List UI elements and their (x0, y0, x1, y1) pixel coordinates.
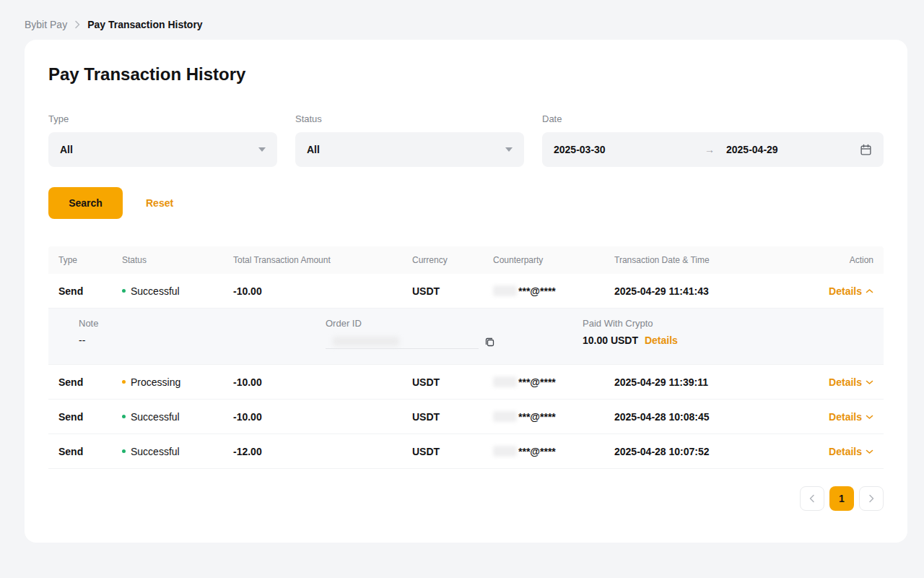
table-row: Send Successful -10.00 USDT ***@**** 202… (48, 274, 884, 309)
status-filter-label: Status (295, 113, 524, 125)
copy-icon[interactable] (484, 337, 495, 348)
search-button[interactable]: Search (48, 187, 123, 219)
chevron-right-icon (74, 20, 80, 29)
cell-amount: -10.00 (233, 376, 412, 388)
table-row: Send Processing -10.00 USDT ***@**** 202… (48, 365, 884, 400)
chevron-down-icon (505, 147, 513, 152)
row-detail-panel: Note -- Order ID Paid With Crypto 10.00 … (48, 309, 884, 365)
status-select-value: All (307, 144, 320, 155)
status-text: Successful (131, 411, 180, 423)
cell-counterparty: ***@**** (493, 446, 614, 457)
order-id-label: Order ID (326, 318, 583, 329)
reset-button[interactable]: Reset (134, 197, 173, 209)
counterparty-text: ***@**** (518, 376, 556, 388)
detail-note: Note -- (79, 318, 326, 364)
cell-type: Send (58, 285, 122, 297)
cell-currency: USDT (412, 285, 493, 297)
cell-type: Send (58, 376, 122, 388)
detail-order-id: Order ID (326, 318, 583, 364)
table-row: Send Successful -12.00 USDT ***@**** 202… (48, 434, 884, 469)
cell-counterparty: ***@**** (493, 411, 614, 423)
date-start-value: 2025-03-30 (554, 144, 705, 155)
counterparty-text: ***@**** (518, 285, 556, 297)
cell-status: Processing (122, 376, 233, 388)
details-toggle[interactable]: Details (788, 446, 873, 457)
page-1-button[interactable]: 1 (829, 486, 854, 511)
cell-counterparty: ***@**** (493, 376, 614, 388)
breadcrumb: Bybit Pay Pay Transaction History (0, 0, 924, 40)
chevron-down-icon (866, 414, 873, 420)
date-range-arrow-icon: → (705, 144, 715, 155)
header-currency: Currency (412, 255, 493, 265)
paid-with-crypto-label: Paid With Crypto (583, 318, 873, 329)
cell-type: Send (58, 446, 122, 457)
type-select[interactable]: All (48, 132, 277, 167)
page-title: Pay Transaction History (48, 64, 884, 85)
status-text: Successful (131, 285, 180, 297)
status-select[interactable]: All (295, 132, 524, 167)
breadcrumb-current: Pay Transaction History (87, 19, 203, 30)
filter-actions: Search Reset (48, 187, 884, 219)
chevron-down-icon (866, 449, 873, 454)
redacted-blur (493, 446, 517, 457)
cell-status: Successful (122, 411, 233, 423)
redacted-blur (493, 285, 517, 296)
cell-amount: -10.00 (233, 411, 412, 423)
cell-datetime: 2025-04-28 10:08:45 (614, 411, 788, 423)
prev-page-button[interactable] (800, 486, 824, 511)
details-toggle[interactable]: Details (788, 411, 873, 423)
header-type: Type (58, 255, 122, 265)
status-dot-icon (122, 415, 126, 418)
details-toggle[interactable]: Details (788, 285, 873, 297)
transaction-table: Type Status Total Transaction Amount Cur… (48, 246, 884, 469)
status-filter: Status All (295, 113, 524, 167)
redacted-blur (493, 376, 517, 387)
header-action: Action (788, 255, 873, 265)
cell-amount: -12.00 (233, 446, 412, 457)
counterparty-text: ***@**** (518, 446, 556, 457)
date-filter: Date 2025-03-30 → 2025-04-29 (542, 113, 884, 167)
cell-status: Successful (122, 285, 233, 297)
type-filter-label: Type (48, 113, 277, 125)
details-label: Details (829, 285, 862, 297)
status-dot-icon (122, 289, 126, 293)
chevron-up-icon (866, 288, 873, 294)
redacted-blur (333, 337, 399, 346)
content-card: Pay Transaction History Type All Status … (25, 40, 907, 543)
pagination: 1 (48, 486, 884, 511)
cell-currency: USDT (412, 376, 493, 388)
details-label: Details (829, 376, 862, 388)
paid-details-link[interactable]: Details (645, 335, 678, 346)
status-text: Successful (131, 446, 180, 457)
table-row: Send Successful -10.00 USDT ***@**** 202… (48, 400, 884, 434)
date-range-field[interactable]: 2025-03-30 → 2025-04-29 (542, 132, 884, 167)
note-value: -- (79, 335, 326, 346)
header-datetime: Transaction Date & Time (614, 255, 788, 265)
note-label: Note (79, 318, 326, 329)
redacted-blur (493, 411, 517, 422)
date-end-value: 2025-04-29 (726, 144, 778, 155)
cell-counterparty: ***@**** (493, 285, 614, 297)
header-status: Status (122, 255, 233, 265)
cell-amount: -10.00 (233, 285, 412, 297)
cell-currency: USDT (412, 446, 493, 457)
date-filter-label: Date (542, 113, 884, 125)
table-header-row: Type Status Total Transaction Amount Cur… (48, 246, 884, 274)
type-filter: Type All (48, 113, 277, 167)
counterparty-text: ***@**** (518, 411, 556, 423)
cell-datetime: 2025-04-29 11:41:43 (614, 285, 788, 297)
detail-paid-with-crypto: Paid With Crypto 10.00 USDT Details (583, 318, 873, 364)
status-text: Processing (131, 376, 180, 388)
next-page-button[interactable] (859, 486, 884, 511)
header-counterparty: Counterparty (493, 255, 614, 265)
details-label: Details (829, 411, 862, 423)
details-toggle[interactable]: Details (788, 376, 873, 388)
header-amount: Total Transaction Amount (233, 255, 412, 265)
order-id-value-redacted (326, 335, 479, 349)
cell-type: Send (58, 411, 122, 423)
filter-bar: Type All Status All Date 2025-03-30 → 20… (48, 113, 884, 167)
breadcrumb-parent-link[interactable]: Bybit Pay (25, 19, 67, 30)
status-dot-icon (122, 380, 126, 384)
cell-datetime: 2025-04-28 10:07:52 (614, 446, 788, 457)
chevron-down-icon (866, 379, 873, 385)
